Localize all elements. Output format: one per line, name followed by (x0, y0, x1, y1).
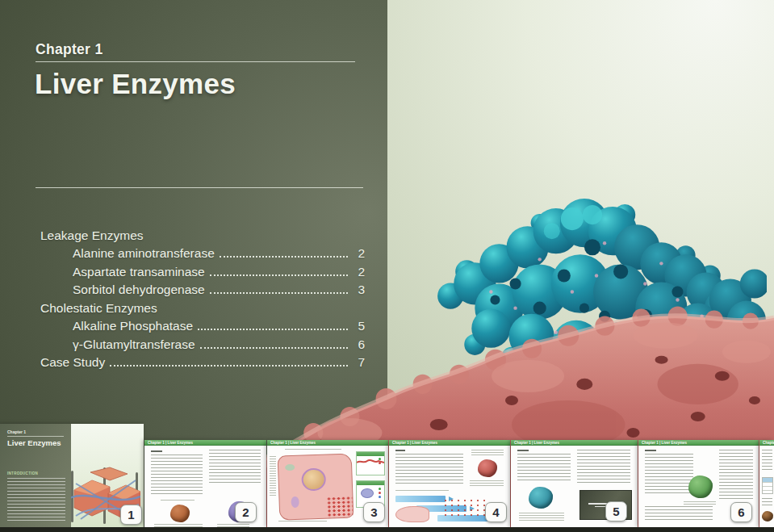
alt-protein-figure (170, 505, 190, 522)
toc-item-leakage-enzymes[interactable]: Leakage Enzymes (40, 224, 365, 243)
thumbnail-page-2[interactable]: Chapter 1 | Liver Enzymes 2 (144, 440, 266, 527)
page-title: Liver Enzymes (35, 68, 236, 100)
alp-protein-figure (529, 487, 553, 509)
hepatocyte-figure (278, 453, 354, 520)
toc-item-alanine-aminotransferase[interactable]: Alanine aminotransferase 2 (40, 243, 365, 262)
brown-protein-figure (762, 511, 773, 522)
red-protein-figure (478, 459, 497, 477)
case-study-table (762, 477, 773, 494)
membrane-inset-figure (356, 451, 385, 475)
thumbnail-page-1[interactable]: Chapter 1 Liver Enzymes INTRODUCTION (0, 424, 144, 527)
thumbnail-page-7[interactable]: Chapter 1 | Liver Enzymes (759, 440, 774, 527)
page-badge-2[interactable]: 2 (235, 502, 257, 522)
page-badge-1[interactable]: 1 (120, 505, 142, 525)
thumbnail-page-4[interactable]: Chapter 1 | Liver Enzymes 4 (389, 440, 510, 527)
thumbnail-page-header: Chapter 1 | Liver Enzymes (638, 440, 759, 446)
title-divider-top (36, 61, 355, 62)
page-badge-6[interactable]: 6 (730, 502, 752, 522)
thumbnail-page-header: Chapter 1 | Liver Enzymes (759, 440, 774, 446)
toc-item-sorbitol-dehydrogenase[interactable]: Sorbitol dehydrogenase 3 (40, 279, 365, 298)
thumbnail-1-cover-half: Chapter 1 Liver Enzymes INTRODUCTION (0, 424, 71, 527)
thumbnail-page-header: Chapter 1 | Liver Enzymes (267, 440, 388, 446)
thumbnail-page-header: Chapter 1 | Liver Enzymes (511, 440, 638, 446)
bottom-bar (0, 527, 774, 532)
thumbnail-page-header: Chapter 1 | Liver Enzymes (389, 440, 510, 446)
toc-item-aspartate-transaminase[interactable]: Aspartate transaminase 2 (40, 261, 365, 279)
page-badge-5[interactable]: 5 (605, 501, 627, 522)
thumbnail-intro-text (7, 478, 65, 522)
thumbnail-page-6[interactable]: Chapter 1 | Liver Enzymes 6 (638, 440, 759, 527)
ggt-protein-figure (688, 475, 713, 498)
page-badge-4[interactable]: 4 (485, 502, 507, 522)
thumbnail-page-5[interactable]: Chapter 1 | Liver Enzymes 5 (511, 440, 638, 527)
thumbnail-chapter-label: Chapter 1 (7, 429, 26, 434)
thumbnail-page-header: Chapter 1 | Liver Enzymes (144, 440, 266, 446)
ebook-chapter-cover-screen: Chapter 1 Liver Enzymes Leakage Enzymes … (0, 0, 774, 532)
thumbnail-section-heading: INTRODUCTION (7, 471, 38, 475)
title-divider-bottom (36, 187, 363, 188)
page-badge-3[interactable]: 3 (363, 502, 385, 522)
thumbnail-title: Liver Enzymes (7, 438, 61, 447)
chapter-label: Chapter 1 (36, 41, 103, 58)
thumbnail-page-3[interactable]: Chapter 1 | Liver Enzymes 3 (267, 440, 388, 527)
